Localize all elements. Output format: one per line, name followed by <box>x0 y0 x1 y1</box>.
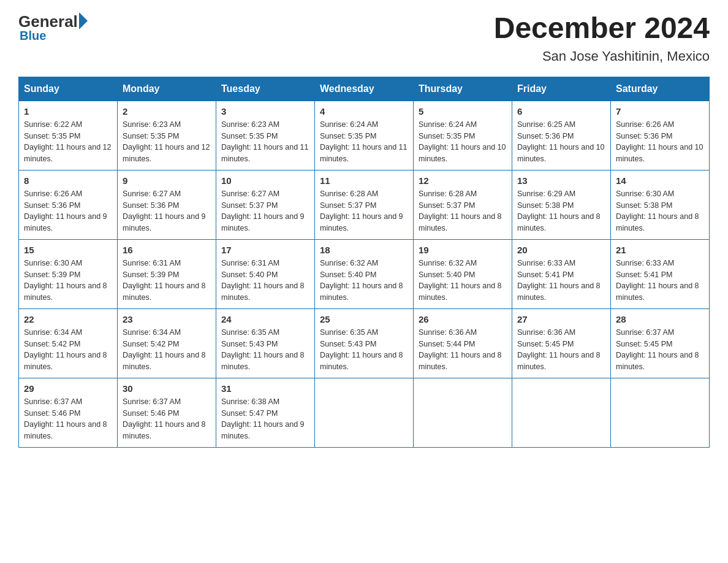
col-monday: Monday <box>118 77 216 101</box>
daylight-label: Daylight: 11 hours and 12 minutes. <box>123 143 210 163</box>
sunset-label: Sunset: 5:46 PM <box>123 409 179 418</box>
day-info: Sunrise: 6:33 AM Sunset: 5:41 PM Dayligh… <box>517 258 605 304</box>
day-number: 9 <box>123 175 211 186</box>
sunset-label: Sunset: 5:36 PM <box>616 132 672 140</box>
table-row: 3 Sunrise: 6:23 AM Sunset: 5:35 PM Dayli… <box>216 101 315 170</box>
table-row: 12 Sunrise: 6:28 AM Sunset: 5:37 PM Dayl… <box>414 170 512 239</box>
table-row: 1 Sunrise: 6:22 AM Sunset: 5:35 PM Dayli… <box>19 101 118 170</box>
table-row: 5 Sunrise: 6:24 AM Sunset: 5:35 PM Dayli… <box>414 101 512 170</box>
daylight-label: Daylight: 11 hours and 8 minutes. <box>616 282 699 302</box>
day-info: Sunrise: 6:27 AM Sunset: 5:36 PM Dayligh… <box>123 188 211 234</box>
sunrise-label: Sunrise: 6:33 AM <box>616 259 674 267</box>
sunrise-label: Sunrise: 6:30 AM <box>24 259 82 267</box>
day-info: Sunrise: 6:32 AM Sunset: 5:40 PM Dayligh… <box>320 258 408 304</box>
table-row: 15 Sunrise: 6:30 AM Sunset: 5:39 PM Dayl… <box>19 239 118 308</box>
day-number: 24 <box>221 314 309 324</box>
calendar-week-4: 22 Sunrise: 6:34 AM Sunset: 5:42 PM Dayl… <box>19 308 710 378</box>
table-row: 29 Sunrise: 6:37 AM Sunset: 5:46 PM Dayl… <box>19 378 118 447</box>
col-tuesday: Tuesday <box>216 77 315 101</box>
day-info: Sunrise: 6:27 AM Sunset: 5:37 PM Dayligh… <box>221 188 309 234</box>
sunset-label: Sunset: 5:43 PM <box>320 340 376 348</box>
day-number: 18 <box>320 245 408 255</box>
table-row: 30 Sunrise: 6:37 AM Sunset: 5:46 PM Dayl… <box>118 378 216 447</box>
day-info: Sunrise: 6:24 AM Sunset: 5:35 PM Dayligh… <box>419 119 507 165</box>
sunrise-label: Sunrise: 6:36 AM <box>517 328 575 337</box>
sunset-label: Sunset: 5:40 PM <box>320 270 376 279</box>
day-number: 19 <box>419 245 507 255</box>
daylight-label: Daylight: 11 hours and 8 minutes. <box>419 351 502 371</box>
day-number: 17 <box>221 245 309 255</box>
sunrise-label: Sunrise: 6:33 AM <box>517 259 575 267</box>
sunrise-label: Sunrise: 6:24 AM <box>320 120 378 129</box>
sunrise-label: Sunrise: 6:37 AM <box>123 397 181 406</box>
sunset-label: Sunset: 5:42 PM <box>24 340 80 348</box>
day-number: 3 <box>221 106 309 117</box>
sunset-label: Sunset: 5:37 PM <box>419 201 475 210</box>
table-row: 16 Sunrise: 6:31 AM Sunset: 5:39 PM Dayl… <box>118 239 216 308</box>
day-info: Sunrise: 6:31 AM Sunset: 5:39 PM Dayligh… <box>123 258 211 304</box>
sunset-label: Sunset: 5:45 PM <box>517 340 574 348</box>
table-row: 31 Sunrise: 6:38 AM Sunset: 5:47 PM Dayl… <box>216 378 315 447</box>
sunset-label: Sunset: 5:36 PM <box>123 201 179 210</box>
day-number: 4 <box>320 106 408 117</box>
sunset-label: Sunset: 5:39 PM <box>24 270 80 279</box>
day-number: 29 <box>24 383 112 394</box>
daylight-label: Daylight: 11 hours and 8 minutes. <box>320 351 403 371</box>
sunrise-label: Sunrise: 6:27 AM <box>123 190 181 198</box>
table-row: 21 Sunrise: 6:33 AM Sunset: 5:41 PM Dayl… <box>611 239 710 308</box>
table-row: 24 Sunrise: 6:35 AM Sunset: 5:43 PM Dayl… <box>216 308 315 378</box>
sunrise-label: Sunrise: 6:27 AM <box>221 190 279 198</box>
month-title: December 2024 <box>494 12 710 45</box>
daylight-label: Daylight: 11 hours and 9 minutes. <box>320 212 403 232</box>
sunset-label: Sunset: 5:41 PM <box>616 270 672 279</box>
daylight-label: Daylight: 11 hours and 12 minutes. <box>24 143 111 163</box>
sunrise-label: Sunrise: 6:26 AM <box>616 120 674 129</box>
day-number: 6 <box>517 106 605 117</box>
table-row: 26 Sunrise: 6:36 AM Sunset: 5:44 PM Dayl… <box>414 308 512 378</box>
day-info: Sunrise: 6:37 AM Sunset: 5:45 PM Dayligh… <box>616 327 704 373</box>
day-number: 20 <box>517 245 605 255</box>
day-info: Sunrise: 6:37 AM Sunset: 5:46 PM Dayligh… <box>24 396 112 442</box>
day-info: Sunrise: 6:34 AM Sunset: 5:42 PM Dayligh… <box>123 327 211 373</box>
day-number: 1 <box>24 106 112 117</box>
col-thursday: Thursday <box>414 77 512 101</box>
table-row: 10 Sunrise: 6:27 AM Sunset: 5:37 PM Dayl… <box>216 170 315 239</box>
col-saturday: Saturday <box>611 77 710 101</box>
sunset-label: Sunset: 5:46 PM <box>24 409 80 418</box>
table-row: 17 Sunrise: 6:31 AM Sunset: 5:40 PM Dayl… <box>216 239 315 308</box>
day-info: Sunrise: 6:26 AM Sunset: 5:36 PM Dayligh… <box>24 188 112 234</box>
table-row <box>315 378 414 447</box>
day-number: 23 <box>123 314 211 324</box>
sunrise-label: Sunrise: 6:28 AM <box>320 190 378 198</box>
day-number: 28 <box>616 314 704 324</box>
table-row: 11 Sunrise: 6:28 AM Sunset: 5:37 PM Dayl… <box>315 170 414 239</box>
day-number: 30 <box>123 383 211 394</box>
calendar-week-1: 1 Sunrise: 6:22 AM Sunset: 5:35 PM Dayli… <box>19 101 710 170</box>
table-row: 13 Sunrise: 6:29 AM Sunset: 5:38 PM Dayl… <box>512 170 611 239</box>
daylight-label: Daylight: 11 hours and 8 minutes. <box>24 282 107 302</box>
sunrise-label: Sunrise: 6:38 AM <box>221 397 279 406</box>
sunrise-label: Sunrise: 6:23 AM <box>221 120 279 129</box>
day-info: Sunrise: 6:32 AM Sunset: 5:40 PM Dayligh… <box>419 258 507 304</box>
sunrise-label: Sunrise: 6:31 AM <box>221 259 279 267</box>
daylight-label: Daylight: 11 hours and 8 minutes. <box>221 351 305 371</box>
sunrise-label: Sunrise: 6:28 AM <box>419 190 477 198</box>
day-number: 5 <box>419 106 507 117</box>
day-number: 14 <box>616 175 704 186</box>
logo-triangle-icon <box>79 12 88 29</box>
sunrise-label: Sunrise: 6:32 AM <box>419 259 477 267</box>
day-info: Sunrise: 6:26 AM Sunset: 5:36 PM Dayligh… <box>616 119 704 165</box>
daylight-label: Daylight: 11 hours and 8 minutes. <box>221 282 305 302</box>
day-number: 26 <box>419 314 507 324</box>
daylight-label: Daylight: 11 hours and 8 minutes. <box>517 212 601 232</box>
table-row: 6 Sunrise: 6:25 AM Sunset: 5:36 PM Dayli… <box>512 101 611 170</box>
day-number: 22 <box>24 314 112 324</box>
calendar-body: 1 Sunrise: 6:22 AM Sunset: 5:35 PM Dayli… <box>19 101 710 447</box>
day-info: Sunrise: 6:36 AM Sunset: 5:44 PM Dayligh… <box>419 327 507 373</box>
daylight-label: Daylight: 11 hours and 11 minutes. <box>320 143 407 163</box>
sunset-label: Sunset: 5:37 PM <box>320 201 376 210</box>
sunset-label: Sunset: 5:35 PM <box>221 132 278 140</box>
sunset-label: Sunset: 5:44 PM <box>419 340 475 348</box>
daylight-label: Daylight: 11 hours and 8 minutes. <box>123 420 206 440</box>
day-number: 2 <box>123 106 211 117</box>
